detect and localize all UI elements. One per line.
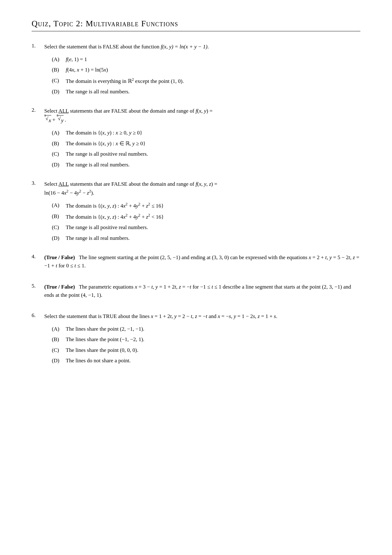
answer-item-2d: (D) The range is all real numbers. [52,161,360,169]
math-expression: f(x, y) = ln(x + y − 1) [161,44,207,50]
answer-label-1b: (B) [52,66,61,74]
answer-list-3: (A) The domain is {(x, y, z) : 4x2 + 4y2… [52,201,360,242]
answer-text-2b: The domain is {(x, y) : x ∈ ℝ, y ≥ 0} [66,140,360,148]
question-number-3 [32,180,40,245]
answer-label-2b: (B) [52,140,61,148]
answer-label-6b: (B) [52,335,61,344]
answer-text-1d: The range is all real numbers. [66,88,360,96]
answer-list-6: (A) The lines share the point (2, −1, −1… [52,325,360,365]
answer-text-2a: The domain is {(x, y) : x ≥ 0, y ≥ 0} [66,129,360,137]
question-text-3: Select ALL statements that are FALSE abo… [44,180,360,197]
question-content-6: Select the statement that is TRUE about … [44,312,360,367]
answer-item-1a: (A) f(e, 1) = 1 [52,55,360,64]
question-content-1: Select the statement that is FALSE about… [44,43,360,98]
question-number-6 [32,312,40,367]
answer-label-3a: (A) [52,201,61,210]
answer-item-2a: (A) The domain is {(x, y) : x ≥ 0, y ≥ 0… [52,129,360,137]
answer-text-6b: The lines share the point (−1, −2, 1). [66,335,360,344]
answer-item-1d: (D) The range is all real numbers. [52,88,360,96]
answer-item-1c: (C) The domain is everything in ℝ2 excep… [52,77,360,85]
answer-label-1a: (A) [52,55,61,64]
answer-label-6c: (C) [52,346,61,354]
answer-label-3d: (D) [52,234,61,242]
question-content-4: (True / False) The line segment starting… [44,253,360,274]
question-text-6: Select the statement that is TRUE about … [44,312,360,321]
question-item-2: Select ALL statements that are FALSE abo… [32,107,360,171]
answer-label-2c: (C) [52,150,61,158]
true-false-label-4: (True / False) [44,254,75,260]
answer-item-6b: (B) The lines share the point (−1, −2, 1… [52,335,360,344]
answer-label-6a: (A) [52,325,61,333]
question-text-2: Select ALL statements that are FALSE abo… [44,107,360,124]
answer-item-1b: (B) f(4x, x + 1) = ln(5x) [52,66,360,74]
answer-item-3c: (C) The range is all positive real numbe… [52,223,360,232]
question-text-4: (True / False) The line segment starting… [44,253,360,270]
question-list: Select the statement that is FALSE about… [32,43,360,367]
answer-label-6d: (D) [52,357,61,365]
question-item-1: Select the statement that is FALSE about… [32,43,360,98]
true-false-label-5: (True / False) [44,284,75,290]
answer-label-3b: (B) [52,212,61,221]
answer-item-2c: (C) The range is all positive real numbe… [52,150,360,158]
question-content-2: Select ALL statements that are FALSE abo… [44,107,360,171]
page-title: Quiz, Topic 2: Multivariable Functions [32,19,360,31]
answer-label-2a: (A) [52,129,61,137]
answer-text-1a: f(e, 1) = 1 [66,55,360,64]
answer-item-6a: (A) The lines share the point (2, −1, −1… [52,325,360,333]
question-number-1 [32,43,40,98]
question-item-6: Select the statement that is TRUE about … [32,312,360,367]
question-content-5: (True / False) The parametric equations … [44,283,360,303]
answer-text-1c: The domain is everything in ℝ2 except th… [66,77,360,85]
question-content-3: Select ALL statements that are FALSE abo… [44,180,360,245]
question-number-4 [32,253,40,274]
question-text-5: (True / False) The parametric equations … [44,283,360,299]
answer-text-2d: The range is all real numbers. [66,161,360,169]
answer-text-2c: The range is all positive real numbers. [66,150,360,158]
answer-text-6c: The lines share the point (0, 0, 0). [66,346,360,354]
cube-root-y: 3 √ y [57,115,64,125]
answer-list-1: (A) f(e, 1) = 1 (B) f(4x, x + 1) = ln(5x… [52,55,360,96]
answer-text-1b: f(4x, x + 1) = ln(5x) [66,66,360,74]
question-item-5: (True / False) The parametric equations … [32,283,360,303]
answer-item-2b: (B) The domain is {(x, y) : x ∈ ℝ, y ≥ 0… [52,140,360,148]
answer-text-6d: The lines do not share a point. [66,357,360,365]
answer-item-6c: (C) The lines share the point (0, 0, 0). [52,346,360,354]
question-text-1: Select the statement that is FALSE about… [44,43,360,51]
answer-item-3b: (B) The domain is {(x, y, z) : 4x2 + 4y2… [52,212,360,221]
answer-list-2: (A) The domain is {(x, y) : x ≥ 0, y ≥ 0… [52,129,360,169]
answer-label-2d: (D) [52,161,61,169]
answer-item-6d: (D) The lines do not share a point. [52,357,360,365]
answer-label-3c: (C) [52,223,61,232]
answer-item-3a: (A) The domain is {(x, y, z) : 4x2 + 4y2… [52,201,360,210]
answer-label-1d: (D) [52,88,61,96]
answer-text-3c: The range is all positive real numbers. [66,223,360,232]
question-number-2 [32,107,40,171]
answer-text-6a: The lines share the point (2, −1, −1). [66,325,360,333]
answer-text-3d: The range is all real numbers. [66,234,360,242]
answer-label-1c: (C) [52,77,61,85]
answer-item-3d: (D) The range is all real numbers. [52,234,360,242]
answer-text-3b: The domain is {(x, y, z) : 4x2 + 4y2 + z… [66,212,360,221]
question-item-4: (True / False) The line segment starting… [32,253,360,274]
question-number-5 [32,283,40,303]
answer-text-3a: The domain is {(x, y, z) : 4x2 + 4y2 + z… [66,201,360,210]
question-item-3: Select ALL statements that are FALSE abo… [32,180,360,245]
cube-root-x: 3 √ x [44,115,51,125]
